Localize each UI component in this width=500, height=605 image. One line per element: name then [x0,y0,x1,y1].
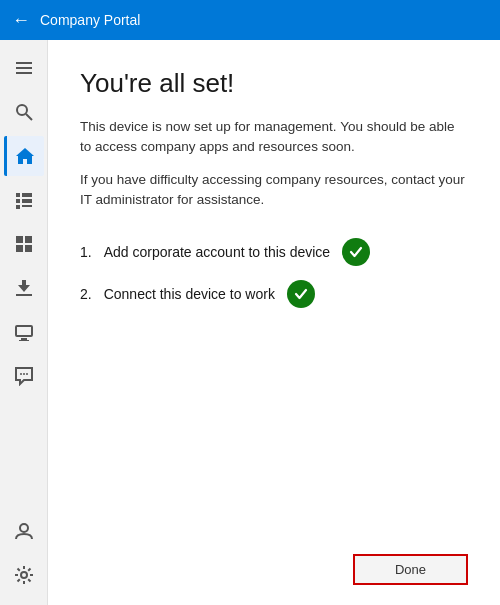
svg-rect-2 [16,72,32,74]
svg-point-24 [23,373,25,375]
hamburger-icon [14,58,34,78]
checklist-item-2: 2. Connect this device to work [80,280,468,308]
svg-rect-6 [16,193,20,197]
svg-rect-12 [16,205,20,209]
checklist-item-1-check [342,238,370,266]
checklist: 1. Add corporate account to this device … [80,238,468,308]
svg-rect-16 [16,245,23,252]
svg-marker-18 [18,280,30,292]
svg-rect-21 [21,338,27,340]
svg-point-23 [20,373,22,375]
description-2: If you have difficulty accessing company… [80,170,468,211]
svg-line-4 [26,114,32,120]
svg-marker-5 [16,148,34,164]
check-icon-2 [293,286,309,302]
checklist-item-1: 1. Add corporate account to this device [80,238,468,266]
sidebar-item-settings[interactable] [4,555,44,595]
svg-point-25 [26,373,28,375]
top-bar: ← Company Portal [0,0,500,40]
footer: Done [80,534,468,585]
svg-rect-20 [16,326,32,336]
checklist-item-2-label: Connect this device to work [104,286,275,302]
svg-rect-15 [25,236,32,243]
sidebar-item-account[interactable] [4,511,44,551]
search-icon [14,102,34,122]
svg-rect-1 [16,67,32,69]
checklist-item-2-number: 2. [80,286,92,302]
home-icon [15,146,35,166]
checklist-item-1-label: Add corporate account to this device [104,244,330,260]
sidebar-bottom [4,511,44,605]
app-body: You're all set! This device is now set u… [0,40,500,605]
sidebar-item-device[interactable] [4,312,44,352]
app-title: Company Portal [40,12,140,28]
sidebar-item-home[interactable] [4,136,44,176]
svg-rect-8 [22,195,32,197]
settings-icon [14,565,34,585]
svg-point-27 [21,572,27,578]
list-icon [14,190,34,210]
checklist-item-1-number: 1. [80,244,92,260]
chat-icon [14,366,34,386]
back-button[interactable]: ← [12,10,30,31]
sidebar-item-download[interactable] [4,268,44,308]
svg-rect-17 [25,245,32,252]
page-title: You're all set! [80,68,468,99]
device-icon [14,322,34,342]
svg-rect-10 [22,199,32,201]
sidebar-item-hamburger[interactable] [4,48,44,88]
download-icon [14,278,34,298]
description-1: This device is now set up for management… [80,117,468,158]
svg-rect-0 [16,62,32,64]
svg-rect-22 [19,340,29,341]
main-content: You're all set! This device is now set u… [48,40,500,605]
svg-point-26 [20,524,28,532]
account-icon [14,521,34,541]
checklist-item-2-check [287,280,315,308]
sidebar-item-list[interactable] [4,180,44,220]
sidebar-item-search[interactable] [4,92,44,132]
grid-icon [14,234,34,254]
sidebar-item-chat[interactable] [4,356,44,396]
sidebar [0,40,48,605]
sidebar-item-grid[interactable] [4,224,44,264]
svg-point-3 [17,105,27,115]
done-button[interactable]: Done [353,554,468,585]
svg-rect-9 [16,199,20,203]
svg-rect-19 [16,294,32,296]
svg-rect-7 [22,193,32,195]
svg-rect-14 [16,236,23,243]
svg-rect-11 [22,201,32,203]
check-icon-1 [348,244,364,260]
svg-rect-13 [22,205,32,207]
